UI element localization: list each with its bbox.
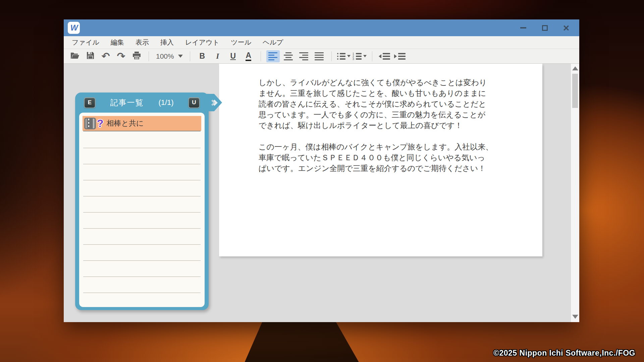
floppy-disk-icon bbox=[87, 52, 94, 61]
empty-list-row bbox=[83, 277, 201, 293]
question-mark-icon: ? bbox=[97, 118, 104, 129]
undo-icon: ↶ bbox=[101, 51, 110, 61]
menu-edit[interactable]: 編集 bbox=[111, 38, 124, 47]
document-line: 車庫で眠っていたＳＰＥＥＤ４００も僕と同じくらいやる気いっ bbox=[259, 152, 489, 163]
close-icon: × bbox=[563, 22, 570, 33]
close-button[interactable]: × bbox=[560, 22, 572, 34]
page-indicator: (1/1) bbox=[158, 98, 173, 107]
menu-view[interactable]: 表示 bbox=[136, 38, 149, 47]
empty-list-row bbox=[83, 213, 201, 229]
italic-button[interactable]: I bbox=[211, 50, 224, 62]
empty-list-row bbox=[83, 261, 201, 277]
menu-layout[interactable]: レイアウト bbox=[185, 38, 219, 47]
road-icon bbox=[84, 118, 96, 129]
chevron-down-icon bbox=[363, 55, 367, 57]
print-button[interactable] bbox=[130, 50, 143, 62]
document-page[interactable]: しかし、ライバルがどんなに強くても僕がやるべきことは変わり ません。三重を旅して… bbox=[219, 64, 542, 256]
panel-title: 記事一覧 bbox=[110, 98, 144, 108]
panel-title-group: 記事一覧 (1/1) bbox=[96, 98, 188, 108]
editor-content-area: しかし、ライバルがどんなに強くても僕がやるべきことは変わり ません。三重を旅して… bbox=[64, 64, 579, 322]
minimize-icon bbox=[520, 27, 526, 28]
underline-button[interactable]: U bbox=[226, 50, 240, 62]
toolbar-separator bbox=[372, 51, 372, 61]
bullet-list-icon bbox=[337, 53, 345, 60]
document-paragraph-1: しかし、ライバルがどんなに強くても僕がやるべきことは変わり ません。三重を旅して… bbox=[259, 77, 489, 131]
document-paragraph-2: この一ヶ月、僕は相棒のバイクとキャンプ旅をします。入社以来、 車庫で眠っていたＳ… bbox=[259, 141, 489, 174]
align-justify-icon bbox=[315, 52, 324, 60]
empty-list-row bbox=[83, 164, 201, 180]
bullet-list-button[interactable] bbox=[337, 50, 351, 62]
article-item-title: 相棒と共に bbox=[107, 118, 144, 128]
copyright-notice: ©2025 Nippon Ichi Software,Inc./FOG bbox=[493, 349, 635, 358]
scrollbar-thumb[interactable] bbox=[572, 74, 578, 108]
outdent-button[interactable] bbox=[378, 50, 391, 62]
word-processor-window: W × ファイル 編集 表示 挿入 レイアウト ツール ヘルプ ↶ ↷ bbox=[64, 19, 579, 322]
open-button[interactable] bbox=[68, 50, 82, 62]
numbered-list-icon: 1 2 3 bbox=[353, 53, 362, 60]
italic-icon: I bbox=[216, 52, 219, 61]
article-empty-rows bbox=[82, 132, 202, 307]
undo-button[interactable]: ↶ bbox=[99, 50, 112, 62]
key-prompt-e[interactable]: E bbox=[84, 97, 96, 108]
bold-icon: B bbox=[199, 52, 205, 61]
scroll-up-button[interactable] bbox=[571, 64, 579, 73]
document-line: しかし、ライバルがどんなに強くても僕がやるべきことは変わり bbox=[259, 77, 489, 88]
bold-button[interactable]: B bbox=[196, 50, 209, 62]
align-justify-button[interactable] bbox=[313, 50, 326, 62]
toolbar-separator bbox=[190, 51, 190, 61]
vertical-scrollbar[interactable] bbox=[571, 64, 579, 322]
numbered-list-button[interactable]: 1 2 3 bbox=[353, 50, 367, 62]
toolbar-separator bbox=[261, 51, 261, 61]
panel-header: E 記事一覧 (1/1) U bbox=[75, 93, 209, 113]
maximize-icon bbox=[542, 25, 548, 31]
align-center-button[interactable] bbox=[282, 50, 295, 62]
arrow-up-icon bbox=[572, 66, 578, 70]
menu-tools[interactable]: ツール bbox=[231, 38, 251, 47]
title-bar: W × bbox=[64, 19, 579, 36]
font-color-icon: A bbox=[246, 51, 251, 61]
arrow-down-icon bbox=[572, 315, 578, 319]
menu-help[interactable]: ヘルプ bbox=[263, 38, 283, 47]
align-left-icon bbox=[268, 52, 277, 60]
document-line: この一ヶ月、僕は相棒のバイクとキャンプ旅をします。入社以来、 bbox=[259, 141, 489, 152]
zoom-select[interactable]: 100% bbox=[153, 52, 185, 60]
chevron-down-icon bbox=[178, 55, 183, 58]
maximize-button[interactable] bbox=[539, 22, 550, 34]
font-color-button[interactable]: A bbox=[242, 50, 255, 62]
empty-list-row bbox=[83, 196, 201, 213]
document-line: 読者の皆さんに伝える、それこそが僕に求められていることだと bbox=[259, 99, 489, 109]
empty-list-row bbox=[83, 180, 201, 196]
redo-button[interactable]: ↷ bbox=[114, 50, 128, 62]
indent-button[interactable] bbox=[393, 50, 407, 62]
empty-list-row bbox=[83, 245, 201, 261]
article-list-item-selected[interactable]: ? 相棒と共に bbox=[83, 116, 201, 131]
article-list: ? 相棒と共に bbox=[79, 113, 205, 307]
scroll-down-button[interactable] bbox=[571, 312, 579, 321]
minimize-button[interactable] bbox=[518, 22, 529, 34]
save-button[interactable] bbox=[84, 50, 97, 62]
selected-row-divider bbox=[83, 131, 201, 131]
align-right-icon bbox=[299, 52, 308, 60]
article-list-panel: E 記事一覧 (1/1) U ? 相棒と共に bbox=[75, 93, 209, 310]
key-prompt-u[interactable]: U bbox=[188, 97, 200, 108]
align-left-button[interactable] bbox=[266, 50, 280, 62]
folder-open-icon bbox=[70, 52, 79, 61]
zoom-value: 100% bbox=[156, 52, 174, 60]
align-center-icon bbox=[284, 52, 293, 60]
outdent-icon bbox=[379, 53, 390, 60]
toolbar-separator bbox=[331, 51, 332, 61]
toolbar: ↶ ↷ 100% B I U A bbox=[64, 49, 579, 64]
app-logo-icon: W bbox=[68, 22, 80, 34]
menu-insert[interactable]: 挿入 bbox=[160, 38, 174, 47]
underline-icon: U bbox=[230, 52, 236, 61]
empty-list-row bbox=[83, 229, 201, 245]
document-line: 思っています。一人でも多くの方に、三重の魅力を伝えることが bbox=[259, 109, 489, 120]
document-line: ぱいです。エンジン全開で三重を紹介するのでご期待ください！ bbox=[259, 163, 489, 174]
menu-file[interactable]: ファイル bbox=[72, 38, 99, 47]
window-controls: × bbox=[518, 22, 572, 34]
align-right-button[interactable] bbox=[297, 50, 311, 62]
toolbar-separator bbox=[149, 51, 149, 61]
redo-icon: ↷ bbox=[117, 51, 125, 61]
empty-list-row bbox=[83, 132, 201, 148]
printer-icon bbox=[132, 52, 141, 61]
